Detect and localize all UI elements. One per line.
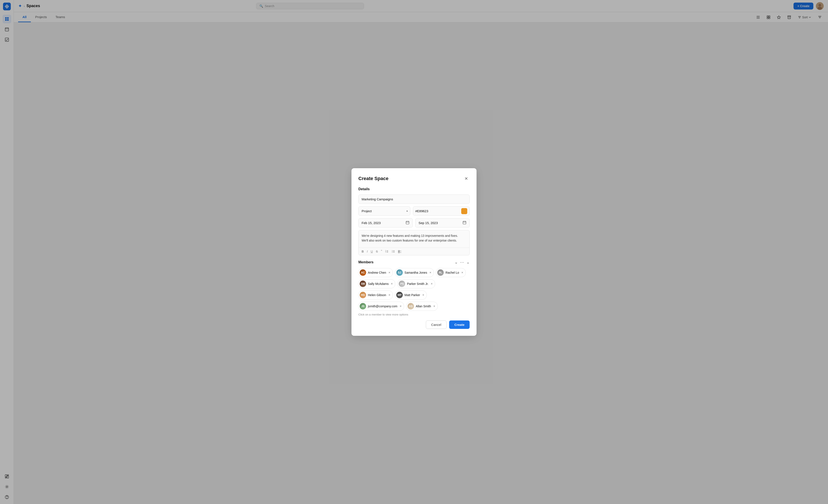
- date-row: Feb 15, 2023 Sep 15, 2023: [358, 218, 470, 227]
- type-select[interactable]: Project Team Personal: [358, 206, 410, 216]
- start-date-value: Feb 15, 2023: [362, 221, 381, 225]
- color-swatch[interactable]: [461, 208, 467, 214]
- color-input-wrap: [413, 206, 470, 216]
- calendar-icon-end: [462, 221, 466, 225]
- member-avatar-jsmith: JS: [360, 303, 366, 309]
- description-text[interactable]: We're designing 4 new features and makin…: [359, 230, 469, 248]
- member-name-rachel: Rachel Lo: [446, 271, 459, 274]
- close-button[interactable]: ✕: [463, 175, 470, 182]
- member-name-jsmith: jsmith@company.com: [368, 304, 398, 308]
- strikethrough-button[interactable]: S: [376, 250, 378, 253]
- member-chip-samantha[interactable]: SJSamantha Jones✕: [395, 268, 434, 277]
- member-avatar-matt: MP: [396, 292, 403, 298]
- member-name-matt: Matt Parker: [405, 293, 420, 297]
- underline-button[interactable]: U: [371, 250, 373, 253]
- member-name-andrew: Andrew Chen: [368, 271, 386, 274]
- create-space-modal: Create Space ✕ Details Project Team Pers…: [351, 168, 477, 336]
- member-remove-jsmith[interactable]: ✕: [400, 305, 402, 308]
- member-name-parker: Parker Smith Jr.: [407, 282, 428, 286]
- member-remove-matt[interactable]: ✕: [422, 294, 424, 297]
- member-name-samantha: Samantha Jones: [405, 271, 427, 274]
- members-section-title: Members: [358, 260, 455, 264]
- quote-button[interactable]: ": [381, 250, 382, 253]
- description-editor: We're designing 4 new features and makin…: [358, 230, 470, 255]
- member-avatar-parker: PS: [399, 281, 405, 287]
- svg-rect-37: [406, 221, 409, 224]
- modal-footer: Cancel Create: [358, 321, 470, 329]
- member-remove-allan[interactable]: ✕: [433, 305, 436, 308]
- member-chip-helen[interactable]: HGHelen Gibson✕: [358, 291, 393, 300]
- members-collapse-button[interactable]: ⌄: [455, 260, 458, 265]
- italic-button[interactable]: I: [367, 250, 368, 253]
- member-remove-helen[interactable]: ✕: [388, 294, 390, 297]
- end-date-value: Sep 15, 2023: [418, 221, 438, 225]
- svg-point-55: [392, 251, 392, 252]
- members-expand-button[interactable]: ⌄: [466, 260, 470, 265]
- member-avatar-sally: SM: [360, 281, 366, 287]
- cancel-button[interactable]: Cancel: [426, 321, 447, 329]
- member-remove-sally[interactable]: ✕: [391, 282, 393, 285]
- member-chip-parker[interactable]: PSParker Smith Jr.✕: [398, 279, 435, 288]
- editor-toolbar: B I U S " 1 2 3: [359, 248, 469, 255]
- type-color-row: Project Team Personal ▾: [358, 206, 470, 216]
- member-name-sally: Sally McAdams: [368, 282, 388, 286]
- unordered-list-button[interactable]: [391, 250, 395, 253]
- color-input[interactable]: [415, 209, 459, 213]
- member-chip-jsmith[interactable]: JSjsmith@company.com✕: [358, 302, 404, 311]
- member-avatar-rachel: RL: [437, 269, 444, 276]
- type-select-wrap: Project Team Personal ▾: [358, 206, 410, 216]
- details-section-title: Details: [358, 187, 470, 191]
- member-name-helen: Helen Gibson: [368, 293, 386, 297]
- svg-point-54: [392, 250, 392, 251]
- member-remove-samantha[interactable]: ✕: [429, 271, 431, 274]
- svg-rect-41: [463, 221, 466, 224]
- member-chip-rachel[interactable]: RLRachel Lo✕: [436, 268, 466, 277]
- checklist-button[interactable]: [398, 250, 402, 253]
- member-remove-andrew[interactable]: ✕: [388, 271, 390, 274]
- svg-rect-59: [398, 252, 400, 253]
- member-avatar-andrew: AC: [360, 269, 366, 276]
- modal-header: Create Space ✕: [358, 175, 470, 182]
- member-chip-matt[interactable]: MPMatt Parker✕: [395, 291, 427, 300]
- members-list: ACAndrew Chen✕SJSamantha Jones✕RLRachel …: [358, 268, 470, 311]
- member-chip-allan[interactable]: ASAllan Smith✕: [406, 302, 438, 311]
- member-avatar-samantha: SJ: [396, 269, 403, 276]
- start-date-field[interactable]: Feb 15, 2023: [358, 218, 413, 227]
- create-button-modal[interactable]: Create: [449, 321, 470, 329]
- member-name-allan: Allan Smith: [416, 304, 431, 308]
- space-name-input[interactable]: [358, 195, 470, 204]
- calendar-icon-start: [406, 221, 410, 225]
- modal-overlay[interactable]: Create Space ✕ Details Project Team Pers…: [0, 0, 828, 504]
- member-avatar-allan: AS: [408, 303, 414, 309]
- members-header: Members ⌄ ··· ⌄: [358, 260, 470, 265]
- member-chip-sally[interactable]: SMSally McAdams✕: [358, 279, 395, 288]
- end-date-field[interactable]: Sep 15, 2023: [415, 218, 470, 227]
- svg-text:3: 3: [385, 251, 386, 253]
- member-avatar-helen: HG: [360, 292, 366, 298]
- member-remove-rachel[interactable]: ✕: [461, 271, 463, 274]
- modal-title: Create Space: [358, 176, 388, 181]
- svg-point-56: [392, 252, 392, 253]
- member-chip-andrew[interactable]: ACAndrew Chen✕: [358, 268, 393, 277]
- members-more-button[interactable]: ···: [460, 260, 464, 265]
- bold-button[interactable]: B: [362, 250, 364, 253]
- member-remove-parker[interactable]: ✕: [430, 282, 433, 285]
- ordered-list-button[interactable]: 1 2 3: [385, 250, 388, 253]
- members-actions: ⌄ ··· ⌄: [455, 260, 470, 265]
- members-hint: Click on a member to view more options: [358, 313, 470, 316]
